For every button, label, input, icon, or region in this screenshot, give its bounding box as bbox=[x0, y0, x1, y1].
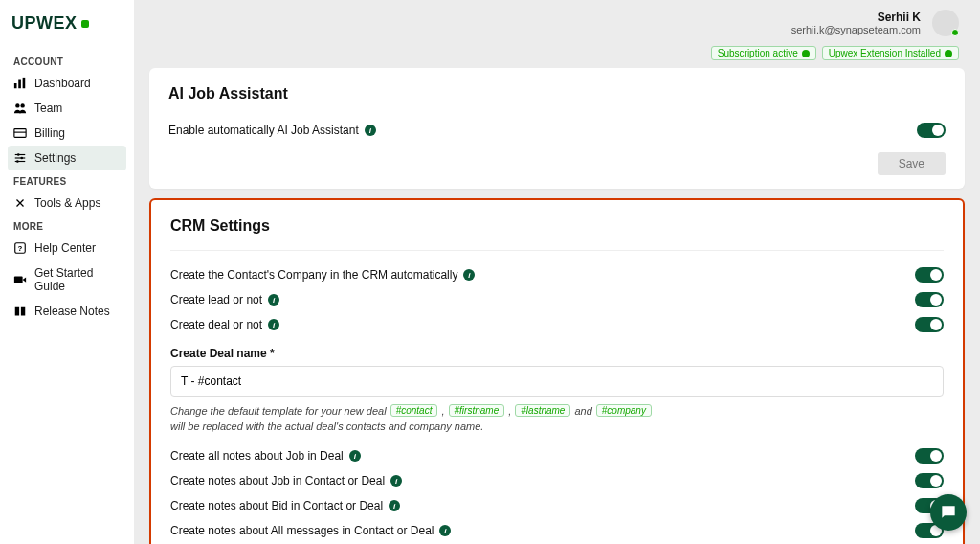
nav-help[interactable]: ? Help Center bbox=[8, 236, 126, 261]
nav-settings[interactable]: Settings bbox=[8, 146, 126, 170]
brand-text: UPWEX bbox=[11, 13, 78, 34]
nav-label: Team bbox=[34, 102, 62, 115]
crm-lead-toggle[interactable] bbox=[915, 292, 944, 307]
tag-contact: #contact bbox=[390, 404, 438, 417]
sidebar: UPWEX ACCOUNT Dashboard Team Billing Set… bbox=[0, 0, 134, 544]
check-icon bbox=[802, 50, 810, 57]
svg-rect-0 bbox=[14, 83, 17, 88]
topbar: Serhii K serhii.k@synapseteam.com bbox=[134, 0, 980, 42]
chat-icon bbox=[939, 503, 958, 522]
nav-section-account: ACCOUNT bbox=[8, 51, 126, 71]
svg-rect-15 bbox=[14, 277, 23, 283]
nav-label: Get Started Guide bbox=[34, 266, 121, 293]
info-icon[interactable]: i bbox=[463, 269, 475, 281]
crm-company-toggle[interactable] bbox=[915, 267, 944, 283]
nav-section-features: FEATURES bbox=[8, 170, 126, 191]
crm-settings-card: CRM Settings Create the Contact's Compan… bbox=[149, 198, 965, 544]
row-text: Create notes about Job in Contact or Dea… bbox=[170, 474, 385, 487]
divider bbox=[170, 250, 944, 251]
svg-point-10 bbox=[20, 157, 23, 160]
row-text: Create lead or not bbox=[170, 293, 262, 306]
subscription-badge: Subscription active bbox=[711, 46, 816, 60]
card-icon bbox=[13, 126, 27, 140]
tag-lastname: #lastname bbox=[515, 404, 570, 417]
card-title: CRM Settings bbox=[170, 217, 944, 235]
badge-text: Subscription active bbox=[718, 48, 798, 58]
sliders-icon bbox=[13, 151, 27, 165]
info-icon[interactable]: i bbox=[389, 500, 400, 511]
brand-logo: UPWEX bbox=[8, 13, 126, 51]
deal-name-label: Create Deal name * bbox=[170, 347, 944, 360]
svg-rect-1 bbox=[18, 80, 21, 89]
svg-text:?: ? bbox=[18, 244, 23, 253]
help-icon: ? bbox=[13, 241, 27, 255]
row-text: Create deal or not bbox=[170, 318, 262, 331]
ai-job-assistant-card: AI Job Assistant Enable automatically AI… bbox=[149, 68, 965, 189]
row-text: Create the Contact's Company in the CRM … bbox=[170, 268, 457, 282]
crm-note-job-contact-toggle[interactable] bbox=[915, 473, 944, 488]
nav-guide[interactable]: Get Started Guide bbox=[8, 261, 126, 299]
svg-point-3 bbox=[15, 103, 19, 107]
nav-label: Release Notes bbox=[34, 305, 110, 318]
ai-save-button[interactable]: Save bbox=[878, 152, 946, 175]
status-badges: Subscription active Upwex Extension Inst… bbox=[134, 42, 980, 68]
svg-rect-5 bbox=[14, 129, 26, 138]
help-text-part: Change the default template for your new… bbox=[170, 405, 387, 417]
nav-team[interactable]: Team bbox=[8, 96, 126, 121]
people-icon bbox=[13, 102, 27, 115]
check-icon bbox=[945, 50, 952, 57]
svg-point-12 bbox=[16, 160, 19, 163]
row-text: Enable automatically AI Job Assistant bbox=[168, 124, 359, 137]
avatar[interactable] bbox=[932, 10, 959, 36]
brand-badge-icon bbox=[81, 20, 89, 28]
nav-label: Billing bbox=[34, 126, 65, 140]
help-text-part: and bbox=[574, 405, 591, 417]
nav-dashboard[interactable]: Dashboard bbox=[8, 71, 126, 96]
crm-deal-toggle[interactable] bbox=[915, 317, 944, 332]
video-icon bbox=[13, 273, 27, 286]
help-text-part: will be replaced with the actual deal's … bbox=[170, 420, 483, 432]
info-icon[interactable]: i bbox=[390, 475, 402, 487]
tag-company: #company bbox=[596, 404, 652, 417]
nav-release[interactable]: Release Notes bbox=[8, 299, 126, 324]
main-content: Serhii K serhii.k@synapseteam.com Subscr… bbox=[134, 0, 980, 544]
nav-label: Settings bbox=[34, 151, 76, 165]
row-text: Create notes about Bid in Contact or Dea… bbox=[170, 499, 383, 512]
chat-widget-button[interactable] bbox=[930, 494, 967, 531]
nav-label: Tools & Apps bbox=[34, 196, 100, 210]
info-icon[interactable]: i bbox=[349, 450, 361, 462]
row-text: Create all notes about Job in Deal bbox=[170, 449, 344, 463]
row-text: Create notes about All messages in Conta… bbox=[170, 524, 434, 537]
badge-text: Upwex Extension Installed bbox=[829, 48, 941, 58]
ai-enable-toggle[interactable] bbox=[917, 123, 946, 138]
info-icon[interactable]: i bbox=[365, 125, 376, 136]
info-icon[interactable]: i bbox=[268, 294, 279, 306]
svg-point-8 bbox=[17, 153, 20, 156]
bar-chart-icon bbox=[13, 77, 27, 90]
nav-billing[interactable]: Billing bbox=[8, 121, 126, 146]
info-icon[interactable]: i bbox=[268, 319, 279, 330]
tag-firstname: #firstname bbox=[449, 404, 505, 417]
user-email: serhii.k@synapseteam.com bbox=[791, 24, 921, 35]
svg-rect-2 bbox=[23, 78, 26, 88]
crm-note-job-toggle[interactable] bbox=[915, 448, 944, 464]
presence-dot-icon bbox=[951, 29, 959, 36]
ai-enable-row: Enable automatically AI Job Assistanti bbox=[168, 118, 946, 143]
extension-badge: Upwex Extension Installed bbox=[822, 46, 959, 60]
wrench-icon bbox=[13, 196, 27, 210]
svg-point-4 bbox=[20, 103, 24, 107]
deal-name-help: Change the default template for your new… bbox=[170, 404, 944, 432]
info-icon[interactable]: i bbox=[439, 525, 451, 536]
nav-label: Dashboard bbox=[34, 77, 91, 90]
user-menu[interactable]: Serhii K serhii.k@synapseteam.com bbox=[791, 10, 959, 36]
nav-label: Help Center bbox=[34, 241, 96, 255]
nav-tools[interactable]: Tools & Apps bbox=[8, 191, 126, 215]
card-title: AI Job Assistant bbox=[168, 85, 946, 102]
nav-section-more: MORE bbox=[8, 215, 126, 236]
user-name: Serhii K bbox=[791, 11, 921, 24]
book-icon bbox=[13, 305, 27, 318]
deal-name-input[interactable] bbox=[170, 366, 944, 397]
